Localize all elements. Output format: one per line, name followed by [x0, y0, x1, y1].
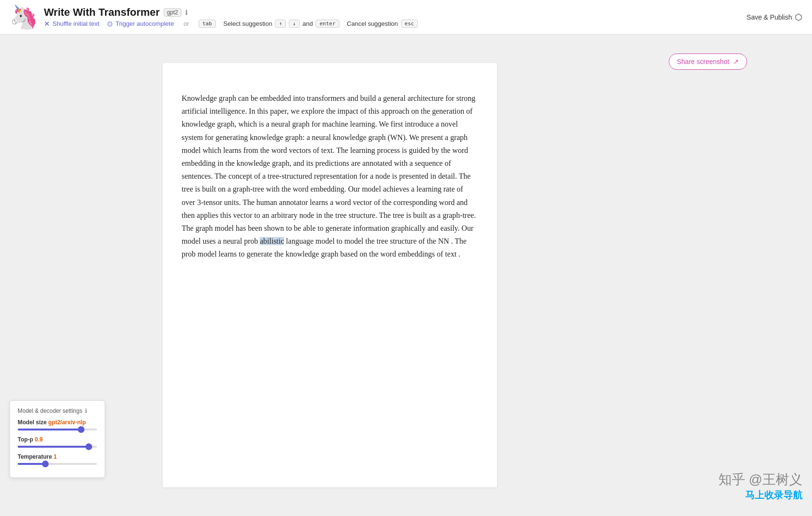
- temperature-thumb[interactable]: [42, 461, 49, 467]
- top-p-value: 0.9: [35, 436, 43, 443]
- shuffle-btn[interactable]: ✕ Shuffle initial text: [44, 20, 99, 28]
- info-icon[interactable]: ℹ: [185, 9, 188, 16]
- trigger-label: Trigger autocomplete: [116, 20, 174, 27]
- share-screenshot-label: Share screenshot: [677, 58, 729, 65]
- model-size-fill: [18, 429, 81, 430]
- temperature-row: Temperature 1: [18, 453, 97, 465]
- watermark-line1: 知乎 @王树义: [718, 471, 802, 489]
- main-area: Knowledge graph can be embedded into tra…: [0, 34, 812, 516]
- app-title: Write With Transformer: [44, 6, 160, 19]
- model-size-thumb[interactable]: [78, 426, 84, 433]
- tab-key: tab: [199, 20, 216, 28]
- cancel-label: Cancel suggestion: [347, 20, 398, 27]
- model-size-label: Model size gpt2/arxiv-nlp: [18, 419, 97, 426]
- header: 🦄 Write With Transformer gpt2 ℹ ✕ Shuffl…: [0, 0, 812, 34]
- model-size-value: gpt2/arxiv-nlp: [48, 419, 86, 426]
- shuffle-label: Shuffle initial text: [53, 20, 99, 27]
- cancel-suggestion-group: Cancel suggestion esc: [347, 20, 418, 28]
- select-label: Select suggestion: [223, 20, 273, 27]
- save-publish-label: Save & Publish: [747, 13, 792, 21]
- toolbar-row: ✕ Shuffle initial text ⊙ Trigger autocom…: [44, 20, 418, 28]
- app-title-row: Write With Transformer gpt2 ℹ: [44, 6, 418, 19]
- and-label: and: [303, 20, 313, 27]
- settings-info-icon[interactable]: ℹ: [85, 408, 87, 414]
- top-p-fill: [18, 446, 89, 448]
- watermark: 知乎 @王树义 马上收录导航: [718, 471, 802, 502]
- top-p-row: Top-p 0.9: [18, 436, 97, 448]
- highlighted-word: abilistic: [260, 237, 284, 245]
- save-publish-icon: ⬡: [795, 12, 802, 22]
- editor-card[interactable]: Knowledge graph can be embedded into tra…: [163, 63, 497, 487]
- enter-key: enter: [316, 20, 339, 28]
- or-separator: or: [181, 20, 191, 27]
- logo-area: 🦄 Write With Transformer gpt2 ℹ ✕ Shuffl…: [10, 6, 418, 29]
- settings-title: Model & decoder settings: [18, 408, 82, 414]
- down-key: ↓: [289, 20, 300, 28]
- right-panel: Share screenshot ↗: [659, 34, 812, 516]
- header-right: Save & Publish ⬡: [747, 12, 802, 22]
- esc-key: esc: [401, 20, 418, 28]
- temperature-label: Temperature 1: [18, 453, 97, 460]
- top-p-slider[interactable]: [18, 446, 97, 448]
- temperature-value: 1: [53, 453, 57, 460]
- editor-text-before: Knowledge graph can be embedded into tra…: [182, 94, 476, 245]
- share-icon: ↗: [733, 58, 739, 65]
- editor-text[interactable]: Knowledge graph can be embedded into tra…: [182, 92, 478, 260]
- settings-title-row: Model & decoder settings ℹ: [18, 408, 97, 414]
- top-p-label: Top-p 0.9: [18, 436, 97, 443]
- top-p-thumb[interactable]: [85, 443, 92, 450]
- trigger-icon: ⊙: [107, 20, 113, 28]
- model-size-slider[interactable]: [18, 429, 97, 430]
- gpt-badge: gpt2: [164, 8, 181, 17]
- shuffle-icon: ✕: [44, 20, 50, 28]
- watermark-line2: 马上收录导航: [718, 489, 802, 502]
- model-size-row: Model size gpt2/arxiv-nlp: [18, 419, 97, 430]
- save-publish-button[interactable]: Save & Publish ⬡: [747, 12, 802, 22]
- up-key: ↑: [275, 20, 286, 28]
- settings-panel: Model & decoder settings ℹ Model size gp…: [10, 400, 105, 478]
- temperature-slider[interactable]: [18, 463, 97, 465]
- trigger-btn[interactable]: ⊙ Trigger autocomplete: [107, 20, 174, 28]
- title-block: Write With Transformer gpt2 ℹ ✕ Shuffle …: [44, 6, 418, 28]
- share-screenshot-button[interactable]: Share screenshot ↗: [669, 54, 747, 70]
- temperature-fill: [18, 463, 45, 465]
- logo-icon: 🦄: [10, 6, 38, 29]
- select-suggestion-group: Select suggestion ↑ ↓ and enter: [223, 20, 339, 28]
